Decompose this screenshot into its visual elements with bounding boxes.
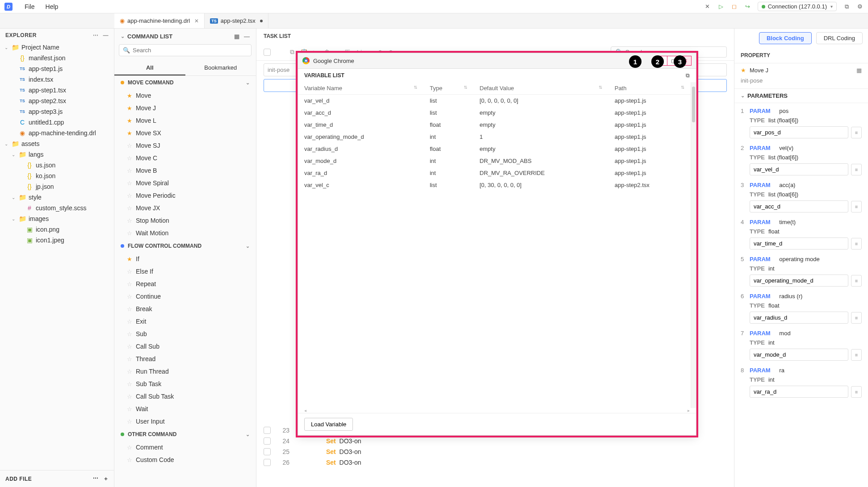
- scroll-thumb[interactable]: [692, 87, 695, 122]
- command-group-header[interactable]: OTHER COMMAND⌄: [114, 428, 256, 441]
- task-row[interactable]: 25Set DO3-on: [256, 446, 734, 457]
- command-search-input[interactable]: [133, 47, 247, 54]
- file-node[interactable]: {}us.json: [0, 160, 114, 171]
- command-item[interactable]: ☆Exit: [114, 315, 256, 328]
- param-value-input[interactable]: [750, 275, 848, 287]
- tool-icon[interactable]: ✕: [704, 3, 711, 10]
- parameters-header[interactable]: ⌄ PARAMETERS: [734, 88, 868, 103]
- param-value-input[interactable]: [750, 312, 848, 324]
- row-checkbox[interactable]: [264, 459, 271, 466]
- star-icon[interactable]: ☆: [127, 418, 132, 425]
- param-value-input[interactable]: [750, 349, 848, 361]
- column-header[interactable]: Type⇅: [424, 82, 474, 95]
- list-icon[interactable]: ≡: [851, 238, 862, 250]
- star-icon[interactable]: ☆: [127, 192, 132, 199]
- param-value-input[interactable]: [750, 237, 848, 250]
- star-icon[interactable]: ☆: [127, 268, 132, 275]
- file-node[interactable]: TSapp-step3.js: [0, 106, 114, 117]
- star-icon[interactable]: ☆: [127, 281, 132, 287]
- command-item[interactable]: ☆Custom Code: [114, 454, 256, 466]
- command-item[interactable]: ☆Stop Motion: [114, 214, 256, 227]
- file-node[interactable]: ▣icon.png: [0, 224, 114, 235]
- connection-status[interactable]: Connection (127.0.0.1) ▾: [758, 2, 837, 11]
- star-icon[interactable]: ☆: [127, 343, 132, 350]
- folder-node[interactable]: ⌄📁langs: [0, 149, 114, 160]
- file-node[interactable]: {}ko.json: [0, 171, 114, 181]
- variable-row[interactable]: var_vel_dlist[0, 0, 0, 0, 0, 0]app-step1…: [298, 95, 691, 107]
- star-icon[interactable]: ★: [127, 105, 132, 112]
- command-item[interactable]: ☆Continue: [114, 290, 256, 303]
- command-item[interactable]: ☆Sub: [114, 328, 256, 340]
- collapse-icon[interactable]: —: [103, 32, 109, 38]
- command-item[interactable]: ☆Wait: [114, 403, 256, 415]
- command-item[interactable]: ★Move SX: [114, 127, 256, 139]
- folder-node[interactable]: ⌄📁Project Name: [0, 42, 114, 53]
- file-node[interactable]: TSapp-step2.tsx: [0, 96, 114, 106]
- chevron-down-icon[interactable]: ⌄: [121, 33, 125, 39]
- file-node[interactable]: TSapp-step1.js: [0, 63, 114, 74]
- list-icon[interactable]: ≡: [851, 127, 862, 138]
- folder-node[interactable]: ⌄📁images: [0, 213, 114, 224]
- file-node[interactable]: Cuntitled1.cpp: [0, 117, 114, 128]
- star-icon[interactable]: ★: [741, 67, 746, 74]
- star-icon[interactable]: ☆: [127, 356, 132, 362]
- star-icon[interactable]: ☆: [127, 457, 132, 463]
- command-item[interactable]: ★Move J: [114, 102, 256, 114]
- column-header[interactable]: Default Value⇅: [474, 82, 608, 95]
- command-item[interactable]: ★Move L: [114, 114, 256, 127]
- variable-row[interactable]: var_acc_dlistemptyapp-step1.js: [298, 107, 691, 119]
- row-checkbox[interactable]: [264, 437, 271, 445]
- scroll-right-icon[interactable]: ▸: [688, 408, 690, 413]
- variable-row[interactable]: var_time_dfloatemptyapp-step1.js: [298, 119, 691, 131]
- star-icon[interactable]: ☆: [127, 381, 132, 387]
- command-group-header[interactable]: FLOW CONTROL COMMAND⌄: [114, 239, 256, 253]
- menu-help[interactable]: Help: [40, 3, 64, 10]
- command-item[interactable]: ☆Sub Task: [114, 378, 256, 390]
- command-item[interactable]: ★If: [114, 253, 256, 265]
- step-icon[interactable]: ↪: [744, 3, 751, 10]
- load-variable-button[interactable]: Load Variable: [304, 418, 353, 431]
- file-node[interactable]: ▣icon1.jpeg: [0, 235, 114, 246]
- task-row[interactable]: 24Set DO3-on: [256, 436, 734, 446]
- command-item[interactable]: ☆Comment: [114, 441, 256, 454]
- variable-row[interactable]: var_mode_dintDR_MV_MOD_ABSapp-step1.js: [298, 155, 691, 167]
- file-node[interactable]: {}manifest.json: [0, 53, 114, 63]
- command-item[interactable]: ☆Move Spiral: [114, 177, 256, 189]
- star-icon[interactable]: ☆: [127, 318, 132, 325]
- list-icon[interactable]: ≡: [851, 164, 862, 175]
- command-item[interactable]: ☆Move C: [114, 152, 256, 164]
- task-row[interactable]: 26Set DO3-on: [256, 457, 734, 468]
- star-icon[interactable]: ☆: [127, 217, 132, 224]
- star-icon[interactable]: ☆: [127, 306, 132, 312]
- file-node[interactable]: TSapp-step1.tsx: [0, 85, 114, 96]
- command-item[interactable]: ☆Call Sub: [114, 340, 256, 353]
- star-icon[interactable]: ☆: [127, 155, 132, 162]
- star-icon[interactable]: ☆: [127, 293, 132, 300]
- list-icon[interactable]: ≡: [851, 312, 862, 324]
- variable-row[interactable]: var_radius_dfloatemptyapp-step1.js: [298, 143, 691, 155]
- star-icon[interactable]: ★: [127, 256, 132, 262]
- tab-tsx-file[interactable]: TS app-step2.tsx: [205, 13, 268, 28]
- settings-icon[interactable]: ⚙: [856, 3, 864, 10]
- command-item[interactable]: ☆Repeat: [114, 278, 256, 290]
- command-item[interactable]: ☆Else If: [114, 265, 256, 278]
- command-group-header[interactable]: MOVE COMMAND⌄: [114, 76, 256, 89]
- star-icon[interactable]: ☆: [127, 368, 132, 375]
- command-item[interactable]: ☆Call Sub Task: [114, 390, 256, 403]
- row-checkbox[interactable]: [264, 448, 271, 455]
- command-item[interactable]: ☆Thread: [114, 353, 256, 365]
- command-item[interactable]: ★Move: [114, 89, 256, 102]
- star-icon[interactable]: ☆: [127, 167, 132, 174]
- grid-icon[interactable]: ▦: [856, 67, 862, 74]
- command-search[interactable]: 🔍: [119, 44, 252, 56]
- star-icon[interactable]: ★: [127, 117, 132, 124]
- star-icon[interactable]: ☆: [127, 142, 132, 149]
- plus-icon[interactable]: ＋: [103, 475, 109, 483]
- command-item[interactable]: ☆Move JX: [114, 202, 256, 214]
- file-node[interactable]: TSindex.tsx: [0, 74, 114, 85]
- list-icon[interactable]: ≡: [851, 386, 862, 398]
- command-item[interactable]: ☆Wait Motion: [114, 227, 256, 239]
- file-node[interactable]: ◉app-machine-tending.drl: [0, 128, 114, 138]
- param-value-input[interactable]: [750, 126, 848, 138]
- star-icon[interactable]: ☆: [127, 205, 132, 212]
